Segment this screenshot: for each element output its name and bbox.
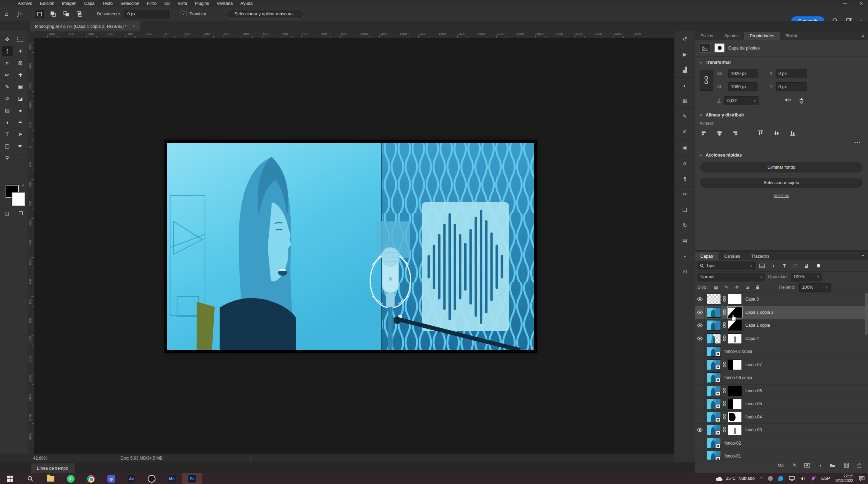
timeline-panel-icon[interactable]: ▤ bbox=[675, 233, 695, 248]
menu-item-capa[interactable]: Capa bbox=[80, 0, 98, 7]
layer-mask-thumbnail[interactable] bbox=[728, 360, 742, 370]
histogram-panel-icon[interactable]: ▟ bbox=[675, 62, 695, 78]
mask-link-icon[interactable] bbox=[723, 400, 726, 408]
layer-row-fondo-07[interactable]: fondo-07 bbox=[695, 358, 868, 372]
tab-propiedades[interactable]: Propiedades bbox=[744, 32, 780, 40]
layer-thumbnail[interactable] bbox=[707, 372, 721, 383]
blend-mode-select[interactable]: Normal ∨ bbox=[698, 273, 765, 281]
magic-wand-tool[interactable]: ✦ bbox=[15, 46, 26, 56]
status-expander-icon[interactable]: 〉 bbox=[250, 455, 254, 461]
tray-app-icon[interactable] bbox=[768, 476, 773, 481]
lock-pixels-icon[interactable]: ✎ bbox=[723, 284, 730, 290]
layer-visibility-empty[interactable] bbox=[695, 398, 705, 410]
twitter-tray-icon[interactable] bbox=[778, 476, 783, 481]
default-colors-icon[interactable]: ◱ bbox=[3, 193, 7, 197]
layer-name[interactable]: fondo-07 bbox=[745, 362, 762, 367]
tab-estilos[interactable]: Estilos bbox=[695, 32, 719, 40]
height-input[interactable]: 1080 px bbox=[728, 82, 757, 91]
layer-thumbnail[interactable] bbox=[707, 307, 721, 318]
layer-thumbnail[interactable] bbox=[707, 333, 721, 344]
hand-tool[interactable]: ☛ bbox=[15, 141, 26, 151]
layer-name[interactable]: fondo-05 bbox=[745, 401, 762, 406]
after-effects[interactable]: Ae bbox=[121, 473, 142, 484]
type-tool[interactable]: T bbox=[2, 129, 13, 139]
layer-visibility-empty[interactable] bbox=[695, 437, 705, 450]
edit-toolbar[interactable]: ⋯ bbox=[15, 153, 26, 163]
layer-visibility-eye-icon[interactable] bbox=[695, 332, 705, 345]
history-brush-tool[interactable]: ↺ bbox=[2, 93, 13, 104]
width-input[interactable]: 1920 px bbox=[728, 69, 757, 78]
layer-name[interactable]: fondo-02 bbox=[724, 441, 741, 446]
background-color-swatch[interactable] bbox=[12, 192, 25, 206]
notes-panel-icon[interactable]: ▪ bbox=[675, 248, 695, 264]
lock-transparency-icon[interactable]: ▦ bbox=[713, 284, 719, 290]
layer-visibility-eye-icon[interactable] bbox=[695, 424, 705, 437]
discord[interactable]: ◍ bbox=[101, 473, 121, 484]
y-input[interactable]: 0 px bbox=[776, 82, 807, 91]
lightshot-tray-icon[interactable] bbox=[812, 476, 816, 481]
brushes-panel-icon[interactable]: ✐ bbox=[675, 124, 695, 140]
align-top-icon[interactable] bbox=[757, 130, 764, 136]
menu-item-edici-n[interactable]: Edición bbox=[36, 0, 58, 7]
align-right-icon[interactable] bbox=[732, 130, 739, 136]
tab-canales[interactable]: Canales bbox=[718, 252, 746, 260]
brush-settings-panel-icon[interactable]: ✎ bbox=[675, 109, 695, 124]
layer-row-capa-2[interactable]: Capa 2 bbox=[695, 332, 868, 346]
eraser-tool[interactable]: ◪ bbox=[15, 93, 26, 104]
mask-link-icon[interactable] bbox=[723, 295, 726, 303]
mask-link-icon[interactable] bbox=[723, 361, 726, 369]
layer-name[interactable]: Capa 2 bbox=[745, 336, 759, 341]
layer-row-capa-3[interactable]: Capa 3 bbox=[695, 293, 868, 306]
layer-visibility-eye-icon[interactable] bbox=[695, 319, 705, 332]
layer-name[interactable]: fondo-01 bbox=[724, 454, 741, 459]
align-bottom-icon[interactable] bbox=[789, 130, 797, 136]
current-tool-badge[interactable]: ʃ ▾ bbox=[17, 11, 22, 17]
tab-bibliot[interactable]: Bibliot. bbox=[780, 32, 804, 40]
blur-tool[interactable]: ● bbox=[15, 105, 26, 115]
obs-studio[interactable]: ◔ bbox=[142, 473, 162, 484]
filter-toggle[interactable] bbox=[817, 264, 820, 267]
layer-visibility-eye-icon[interactable] bbox=[695, 293, 705, 306]
layer-thumbnail[interactable] bbox=[707, 346, 721, 357]
layer-row-fondo-03[interactable]: fondo-03 bbox=[695, 424, 868, 437]
layer-name[interactable]: fondo-07 copia bbox=[724, 349, 752, 354]
layer-visibility-empty[interactable] bbox=[695, 385, 705, 398]
menu-item-selecci-n[interactable]: Selección bbox=[116, 0, 143, 7]
layer-visibility-empty[interactable] bbox=[695, 358, 705, 371]
volume-tray-icon[interactable] bbox=[800, 476, 806, 481]
see-more-link[interactable]: Ver más bbox=[700, 193, 863, 198]
panel-menu-icon[interactable]: ≡ bbox=[861, 33, 865, 38]
align-left-icon[interactable] bbox=[700, 130, 707, 136]
layer-row-fondo-07-copia[interactable]: fondo-07 copia bbox=[695, 345, 868, 358]
layer-mask-thumbnail[interactable] bbox=[728, 425, 742, 435]
start-button[interactable] bbox=[0, 473, 20, 484]
adjustment-layer-icon[interactable]: ◑ bbox=[818, 463, 821, 468]
layer-row-fondo-04[interactable]: fondo-04 bbox=[695, 411, 868, 424]
tab-capas[interactable]: Capas bbox=[695, 252, 718, 260]
filter-adjustment-layers-icon[interactable]: ◑ bbox=[769, 262, 777, 269]
frame-tool[interactable]: ⊠ bbox=[15, 58, 26, 68]
layer-visibility-empty[interactable] bbox=[695, 371, 705, 384]
select-and-mask-button[interactable]: Seleccionar y aplicar máscara... bbox=[227, 9, 304, 19]
opacity-input[interactable]: 100% ∨ bbox=[791, 273, 822, 281]
mask-link-icon[interactable] bbox=[723, 387, 726, 395]
lock-position-icon[interactable]: ✥ bbox=[734, 284, 740, 290]
new-selection-icon[interactable] bbox=[36, 10, 44, 18]
layer-name[interactable]: fondo-03 bbox=[745, 428, 762, 432]
lock-artboard-icon[interactable]: ⊡ bbox=[744, 284, 751, 290]
tab-trazados[interactable]: Trazados bbox=[746, 252, 775, 260]
layer-row-fondo-06[interactable]: fondo-06 bbox=[695, 385, 868, 398]
layer-row-capa-1-copia-2[interactable]: Capa 1 copia 2 bbox=[695, 306, 868, 319]
display-tray-icon[interactable] bbox=[789, 476, 795, 481]
layer-thumbnail[interactable] bbox=[707, 320, 721, 331]
layer-visibility-empty[interactable] bbox=[695, 450, 705, 460]
layer-row-capa-1-copia[interactable]: Capa 1 copia bbox=[695, 319, 868, 332]
history-panel-icon[interactable]: ↺ bbox=[675, 31, 695, 47]
menu-item-archivo[interactable]: Archivo bbox=[14, 0, 36, 7]
fill-input[interactable]: 100% ∨ bbox=[799, 283, 831, 292]
flip-horizontal-icon[interactable] bbox=[784, 97, 791, 104]
link-layers-icon[interactable] bbox=[778, 463, 784, 467]
layer-row-fondo-06-copia[interactable]: fondo-06 copia bbox=[695, 371, 868, 385]
quick-actions-header[interactable]: ∨ Acciones rápidas bbox=[700, 153, 863, 158]
feather-input[interactable]: 0 px bbox=[124, 10, 169, 18]
